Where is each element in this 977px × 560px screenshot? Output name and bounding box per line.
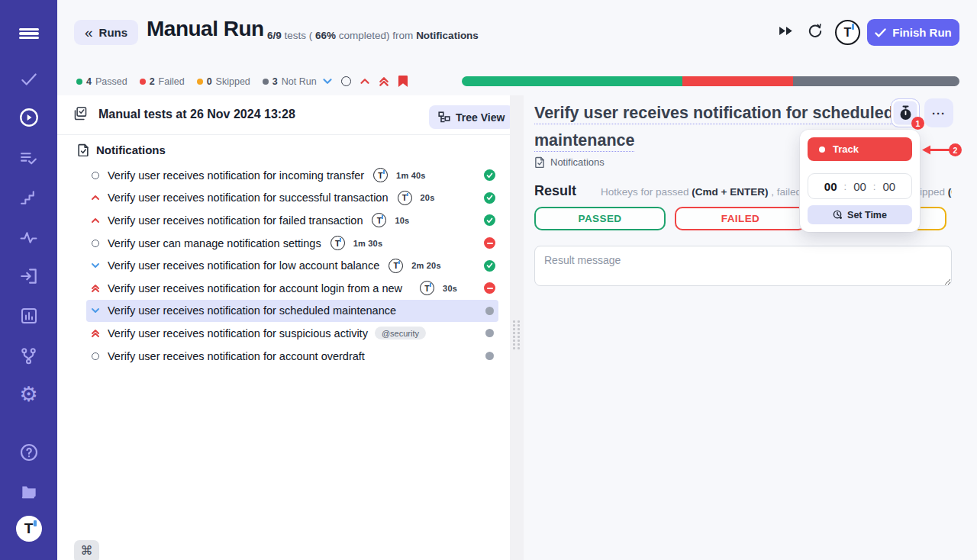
tasks-check-icon[interactable] (0, 66, 57, 92)
command-key-button[interactable]: ⌘ (74, 540, 99, 560)
status-passed-icon (484, 192, 495, 204)
clock-settings-icon (833, 210, 843, 220)
suite-group-header[interactable]: Notifications (77, 143, 166, 156)
status-notrun-icon (485, 329, 494, 337)
priority-normal-icon (89, 352, 101, 360)
pulse-icon[interactable] (0, 224, 57, 250)
test-title: Verify user receives notification for fa… (108, 214, 363, 227)
check-icon (875, 28, 886, 37)
stopwatch-icon (898, 105, 913, 121)
menu-icon[interactable] (0, 21, 57, 47)
notrun-count: 3Not Run (263, 76, 317, 87)
testomat-badge-icon: T (398, 191, 412, 205)
priority-normal-icon (89, 240, 101, 247)
testomat-badge-icon: T (331, 236, 345, 250)
detail-breadcrumb[interactable]: Notifications (534, 156, 605, 168)
test-title: Verify user receives notification for in… (108, 169, 364, 182)
priority-high-icon (89, 217, 101, 224)
seconds-value[interactable]: 00 (882, 180, 895, 193)
test-row[interactable]: Verify user receives notification for lo… (86, 254, 498, 277)
progress-passed-segment (462, 76, 682, 86)
app-sidebar: ⚙ T (0, 0, 57, 560)
fast-forward-icon[interactable] (779, 25, 794, 40)
testomat-logo-icon[interactable]: T (0, 516, 57, 542)
run-play-icon[interactable] (0, 105, 57, 130)
tree-view-button[interactable]: Tree View (429, 105, 514, 129)
hours-value[interactable]: 00 (824, 180, 837, 193)
drag-handle-icon[interactable] (513, 320, 521, 349)
test-duration: 2m 20s (411, 261, 441, 270)
priority-low-icon (89, 307, 101, 314)
test-title: Verify user receives notification for sc… (108, 304, 396, 317)
result-failed-button[interactable]: FAILED (675, 207, 806, 230)
tree-view-icon (438, 111, 450, 124)
branches-icon[interactable] (0, 343, 57, 369)
test-row[interactable]: Verify user receives notification for fa… (86, 209, 498, 232)
failed-count: 2Failed (140, 76, 185, 87)
priority-low-icon (89, 262, 101, 269)
reports-chart-icon[interactable] (0, 303, 57, 329)
priority-low-filter-icon[interactable] (322, 78, 333, 85)
status-failed-icon (484, 237, 495, 249)
timer-history-icon[interactable] (807, 23, 824, 43)
test-duration: 20s (421, 193, 435, 202)
completed-percent: 66% (315, 30, 336, 41)
test-row[interactable]: Verify user receives notification for ac… (86, 345, 498, 368)
ellipsis-icon: ··· (932, 107, 946, 120)
time-input[interactable]: 00 : 00 : 00 (808, 173, 912, 199)
test-title: Verify user receives notification for su… (108, 191, 389, 204)
test-row[interactable]: Verify user receives notification for su… (86, 322, 498, 345)
test-row[interactable]: Verify user can manage notification sett… (86, 232, 498, 255)
import-icon[interactable] (0, 263, 57, 289)
test-list-check-icon[interactable] (0, 145, 57, 171)
test-duration: 1m 40s (396, 171, 426, 180)
test-row-selected[interactable]: Verify user receives notification for sc… (86, 300, 498, 323)
priority-high-filter-icon[interactable] (360, 78, 370, 85)
result-passed-button[interactable]: PASSED (534, 207, 666, 230)
test-duration: 10s (395, 216, 409, 225)
test-row[interactable]: Verify user receives notification for ac… (86, 277, 498, 300)
failed-dot-icon (140, 79, 146, 85)
testomat-badge-icon: T (373, 168, 388, 182)
priority-normal-filter-icon[interactable] (341, 76, 351, 86)
steps-icon[interactable] (0, 185, 57, 211)
clipboard-check-icon (73, 106, 89, 122)
priority-highest-icon (89, 329, 101, 338)
suite-doc-icon (534, 156, 545, 168)
progress-failed-segment (682, 76, 793, 86)
skipped-count: 0Skipped (197, 76, 250, 87)
status-passed-icon (484, 260, 495, 272)
test-row[interactable]: Verify user receives notification for su… (86, 187, 498, 210)
set-time-button[interactable]: Set Time (808, 205, 912, 224)
run-progressbar (462, 76, 959, 86)
finish-run-button[interactable]: Finish Run (867, 19, 959, 46)
more-options-button[interactable]: ··· (924, 98, 953, 127)
test-tag: @security (375, 327, 426, 340)
step-badge-2: 2 (949, 143, 962, 156)
result-message-input[interactable] (534, 246, 952, 286)
priority-highest-icon (89, 284, 101, 293)
test-title: Verify user receives notification for su… (108, 327, 368, 340)
run-status-legend: 4Passed 2Failed 0Skipped 3Not Run (76, 76, 317, 87)
result-heading: Result (534, 183, 576, 199)
back-to-runs-button[interactable]: « Runs (74, 20, 138, 45)
settings-gear-icon[interactable]: ⚙ (0, 381, 57, 407)
progress-notrun-segment (793, 76, 959, 86)
projects-folder-icon[interactable] (0, 478, 57, 504)
passed-count: 4Passed (76, 76, 127, 87)
panel-resize-gutter[interactable] (510, 95, 524, 560)
help-icon[interactable] (0, 439, 57, 465)
bookmark-filter-icon[interactable] (398, 75, 408, 88)
track-button[interactable]: Track (808, 137, 912, 161)
run-summary: 6/9 tests ( 66% completed) from Notifica… (267, 30, 479, 41)
priority-filter-bar (322, 75, 408, 88)
status-failed-icon (484, 282, 495, 294)
tutorial-arrow-icon (920, 144, 952, 156)
test-row[interactable]: Verify user receives notification for in… (86, 164, 498, 187)
testomat-badge-icon: T (389, 259, 403, 273)
priority-highest-filter-icon[interactable] (379, 76, 389, 87)
testomat-badge-icon: T (372, 213, 386, 227)
test-title: Verify user receives notification for ac… (108, 282, 402, 294)
testomat-header-logo-icon[interactable]: T (835, 20, 860, 45)
minutes-value[interactable]: 00 (853, 180, 866, 193)
